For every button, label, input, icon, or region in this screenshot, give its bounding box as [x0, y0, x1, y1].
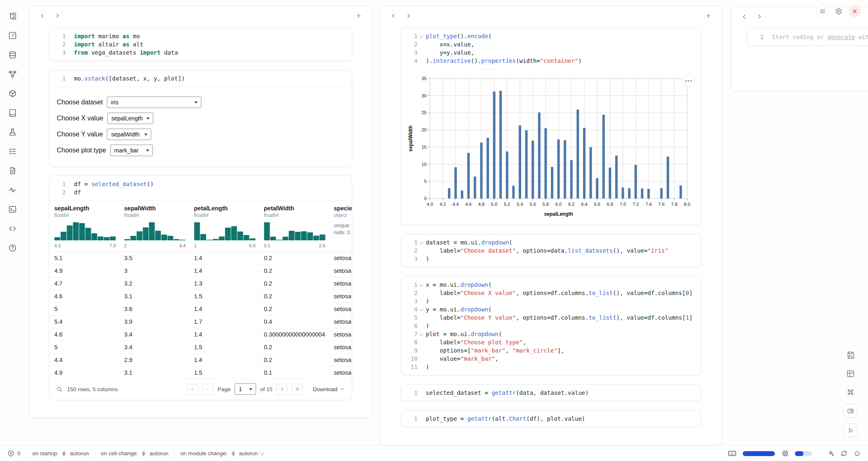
error-indicator[interactable]: 0 — [7, 449, 26, 459]
file-explorer-icon[interactable] — [5, 9, 19, 23]
tracing-icon[interactable] — [5, 183, 19, 197]
svg-text:7.4: 7.4 — [645, 202, 651, 207]
keyboard-shortcuts-icon[interactable] — [844, 385, 857, 399]
data-sources-icon[interactable] — [5, 48, 19, 62]
column-collapse-left-button[interactable] — [739, 11, 750, 22]
column-header[interactable]: sepalWidthfloat64 — [119, 201, 189, 218]
refresh-icon[interactable] — [840, 450, 847, 457]
table-row[interactable]: 4.42.91.40.2setosa — [49, 354, 352, 366]
column-header[interactable]: petalLengthfloat64 — [189, 201, 259, 218]
altair-chart[interactable]: 4.04.24.44.64.85.05.25.45.65.86.06.26.46… — [407, 74, 695, 218]
code-editor-placeholder[interactable]: 1Start coding or generate with AI — [747, 29, 868, 45]
code-editor[interactable]: 1x = mo.ui.dropdown(2 label="Choose X va… — [401, 277, 701, 375]
fold-chevron-icon[interactable] — [418, 330, 426, 338]
cell-dataset-dropdown[interactable]: 1dataset = mo.ui.dropdown(2 label="Choos… — [401, 234, 701, 267]
next-page-button[interactable] — [277, 384, 288, 395]
last-page-button[interactable] — [292, 384, 303, 395]
dropdown-label: Choose X value — [57, 115, 103, 122]
table-row[interactable]: 4.63.11.50.2setosa — [49, 290, 352, 303]
code-editor[interactable]: 1plot_type = getattr(alt.Chart(df), plot… — [401, 410, 701, 427]
table-row[interactable]: 4.931.40.2setosa — [49, 265, 352, 277]
code-editor[interactable]: 1plot_type().encode(2 x=x.value,3 y=y.va… — [401, 28, 701, 69]
table-row[interactable]: 5.13.51.40.2setosa — [49, 252, 352, 265]
cpu-icon[interactable] — [782, 450, 789, 457]
download-button[interactable]: Download — [313, 386, 345, 392]
code-line: selected_dataset = getattr(data, dataset… — [426, 389, 589, 397]
layout-panel-icon[interactable] — [844, 367, 857, 380]
code-editor[interactable]: 1df = selected_dataset()2df — [49, 176, 352, 201]
cell-selected-dataset[interactable]: 1selected_dataset = getattr(data, datase… — [401, 384, 701, 401]
code-editor[interactable]: 1dataset = mo.ui.dropdown(2 label="Choos… — [401, 234, 701, 267]
dataframe-table: sepalLengthfloat64sepalWidthfloat64petal… — [49, 201, 352, 379]
column-collapse-left-button[interactable] — [37, 10, 48, 21]
prev-page-button[interactable] — [202, 384, 213, 395]
cell-new-empty[interactable]: 1Start coding or generate with AI — [747, 28, 868, 46]
add-cell-button[interactable] — [352, 9, 365, 22]
search-icon[interactable] — [56, 386, 63, 393]
page-select[interactable]: 1 — [235, 383, 256, 395]
choose-dataset-select[interactable]: iris — [107, 97, 201, 108]
gutter-spacer — [764, 33, 772, 41]
minimap-button[interactable] — [843, 404, 857, 418]
help-icon[interactable] — [5, 241, 19, 255]
close-button[interactable] — [848, 5, 861, 17]
table-row[interactable]: 53.41.50.2setosa — [49, 341, 352, 354]
run-button[interactable] — [843, 423, 857, 437]
choose-y-value-select[interactable]: sepalWidth — [107, 129, 151, 140]
outline-icon[interactable] — [5, 106, 19, 120]
table-row[interactable]: 5.43.91.70.4setosa — [49, 316, 352, 328]
menu-button[interactable] — [816, 5, 829, 17]
cell-plot-type[interactable]: 1plot_type = getattr(alt.Chart(df), plot… — [401, 410, 701, 427]
column-header[interactable]: sepalLengthfloat64 — [49, 201, 119, 218]
settings-button[interactable] — [832, 5, 845, 17]
column-collapse-right-button[interactable] — [753, 11, 765, 22]
chart-actions-button[interactable]: ••• — [683, 74, 695, 87]
column-header[interactable]: speciesobject — [329, 201, 352, 218]
tasks-icon[interactable] — [5, 144, 19, 158]
on-startup-setting[interactable]: on startup: autorun — [27, 449, 95, 459]
code-editor[interactable]: 1mo.vstack([dataset, x, y, plot]) — [49, 70, 352, 87]
fold-chevron-icon[interactable] — [418, 305, 426, 313]
cell-xy-plot-dropdowns[interactable]: 1x = mo.ui.dropdown(2 label="Choose X va… — [401, 276, 701, 376]
save-icon[interactable] — [844, 348, 857, 362]
cell-chart[interactable]: 1plot_type().encode(2 x=x.value,3 y=y.va… — [401, 28, 701, 225]
terminal-icon[interactable] — [5, 202, 19, 216]
page-of-label: of 15 — [260, 386, 272, 392]
cpu-usage-bar[interactable] — [795, 451, 812, 456]
keyboard-icon[interactable] — [728, 449, 736, 458]
packages-icon[interactable] — [5, 86, 19, 100]
fold-chevron-icon[interactable] — [418, 32, 426, 40]
cell-vstack[interactable]: 1mo.vstack([dataset, x, y, plot]) Choose… — [49, 70, 352, 167]
dependencies-icon[interactable] — [5, 67, 19, 81]
column-header[interactable]: petalWidthfloat64 — [259, 201, 329, 218]
power-icon[interactable] — [854, 450, 861, 457]
cell-imports[interactable]: 1import marimo as mo2import altair as al… — [49, 28, 352, 61]
code-editor[interactable]: 1selected_dataset = getattr(data, datase… — [401, 385, 701, 401]
table-row[interactable]: 4.63.41.40.30000000000000004setosa — [49, 328, 352, 341]
code-editor[interactable]: 1import marimo as mo2import altair as al… — [49, 28, 352, 61]
gutter-spacer — [66, 48, 74, 57]
cell-dataframe[interactable]: 1df = selected_dataset()2df sepalLengthf… — [49, 175, 352, 400]
choose-x-value-select[interactable]: sepalLength — [107, 113, 153, 124]
column-collapse-right-button[interactable] — [51, 10, 63, 21]
column-collapse-left-button[interactable] — [388, 10, 399, 21]
table-row[interactable]: 53.61.40.2setosa — [49, 303, 352, 316]
column-collapse-right-button[interactable] — [402, 10, 414, 21]
table-row[interactable]: 4.73.21.30.2setosa — [49, 277, 352, 290]
fold-chevron-icon[interactable] — [418, 238, 426, 247]
first-page-button[interactable] — [187, 384, 198, 395]
variables-icon[interactable]: f — [5, 28, 19, 42]
choose-plot-type-select[interactable]: mark_bar — [110, 145, 153, 156]
table-row[interactable]: 4.93.11.50.1setosa — [49, 366, 352, 379]
fold-chevron-icon[interactable] — [418, 281, 426, 289]
add-cell-button[interactable] — [702, 9, 714, 22]
on-cell-change-setting[interactable]: on cell change: autorun — [95, 449, 174, 459]
svg-text:6.6: 6.6 — [594, 202, 600, 207]
logs-icon[interactable] — [5, 164, 19, 177]
memory-usage-bar[interactable] — [743, 451, 776, 456]
sparkles-icon[interactable] — [827, 450, 834, 457]
snippets-icon[interactable] — [5, 221, 19, 235]
on-module-change-setting[interactable]: on module change: autorun — [175, 449, 270, 459]
column-1-header — [29, 6, 372, 25]
experiments-icon[interactable] — [5, 125, 19, 139]
